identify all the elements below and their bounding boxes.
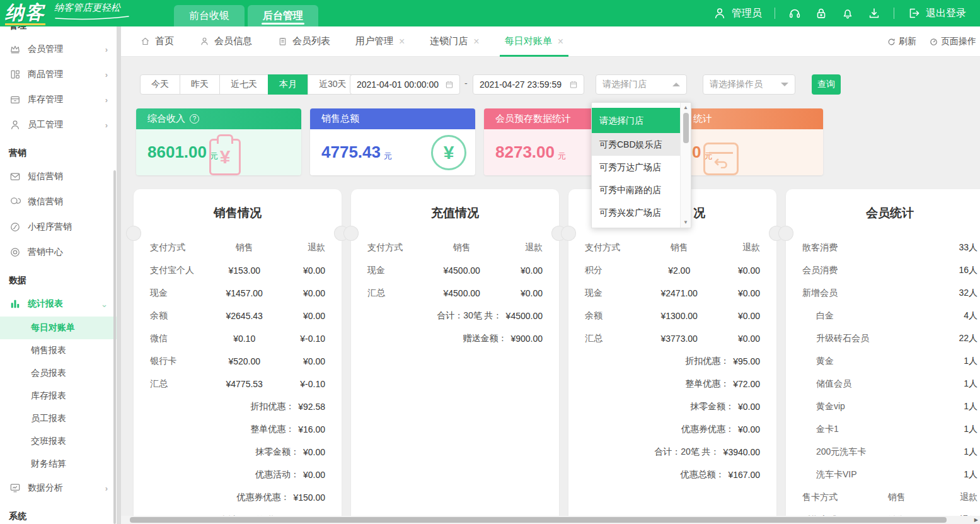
- gauge-icon: [929, 37, 938, 47]
- dropdown-option-store-1[interactable]: 可秀CBD娱乐店: [592, 133, 680, 156]
- top-nav: 前台收银 后台管理: [174, 5, 321, 26]
- scroll-down-icon[interactable]: ▼: [683, 219, 688, 226]
- chevron-right-icon: ›: [105, 95, 108, 105]
- range-yesterday-button[interactable]: 昨天: [180, 74, 220, 95]
- table-header: 支付方式 销售 退款: [351, 236, 559, 259]
- sidebar-subitem-staff-report[interactable]: 员工报表: [0, 407, 117, 430]
- start-datetime-input[interactable]: [357, 79, 444, 90]
- monitor-icon: [9, 482, 21, 494]
- end-datetime-field[interactable]: [473, 74, 584, 95]
- scroll-right-icon[interactable]: ▶: [974, 516, 978, 523]
- table-row: 现金¥4500.00¥0.00: [351, 259, 559, 282]
- report-panels: 销售情况 支付方式 销售 退款 支付宝个人¥153.00¥0.00 现金¥145…: [134, 189, 980, 516]
- range-thismonth-button[interactable]: 本月: [268, 74, 308, 95]
- summary-line: 折扣优惠：¥92.58: [134, 395, 342, 418]
- sidebar-subitem-shift-report[interactable]: 交班报表: [0, 430, 117, 453]
- horizontal-scrollbar[interactable]: ▶: [121, 516, 980, 524]
- sidebar-subitem-finance-settlement[interactable]: 财务结算: [0, 453, 117, 475]
- member-stat-row: 白金4人: [786, 305, 980, 327]
- download-icon[interactable]: [867, 6, 881, 20]
- dropdown-option-store-2[interactable]: 可秀万达广场店: [592, 156, 680, 178]
- refresh-icon: [887, 37, 896, 47]
- sidebar: 管理 会员管理 › 商品管理 › 库存管理 › 员工管理 › 营销 短信营销 微…: [0, 26, 117, 524]
- table-row: 银行卡¥520.00¥0.00: [134, 350, 342, 373]
- brand: 纳客 纳客管店更轻松: [0, 0, 130, 26]
- table-row: 汇总¥3773.00¥0.00: [568, 327, 776, 350]
- summary-line: 优惠总额：¥167.00: [568, 463, 776, 486]
- sidebar-subitem-inventory-report[interactable]: 库存报表: [0, 385, 117, 407]
- tab-member-info[interactable]: 会员信息: [199, 26, 252, 57]
- summary-line: 折扣优惠：¥95.00: [568, 350, 776, 373]
- close-icon[interactable]: ×: [558, 36, 563, 47]
- card-total-income: 综合收入 ? 8601.00 元 ¥: [136, 108, 301, 175]
- refresh-button[interactable]: 刷新: [887, 36, 916, 47]
- scroll-up-icon[interactable]: ▲: [683, 104, 688, 112]
- sidebar-subitem-sales-report[interactable]: 销售报表: [0, 339, 117, 362]
- page-operations-button[interactable]: 页面操作: [929, 36, 976, 47]
- end-datetime-input[interactable]: [480, 79, 568, 90]
- sidebar-item-wechat-marketing[interactable]: 微信营销: [0, 189, 117, 214]
- scroll-thumb[interactable]: [683, 113, 689, 143]
- dropdown-option-store-4[interactable]: 可秀兴发广场店: [592, 201, 680, 224]
- tab-home[interactable]: 首页: [140, 26, 174, 57]
- horizontal-scrollbar-thumb[interactable]: [130, 517, 947, 523]
- sidebar-item-product-management[interactable]: 商品管理 ›: [0, 62, 117, 87]
- table-header: 支付方式 销售 退款: [134, 236, 342, 259]
- member-stat-row: 会员消费16人: [786, 259, 980, 282]
- store-select-placeholder: 请选择门店: [602, 79, 647, 90]
- sidebar-subitem-member-report[interactable]: 会员报表: [0, 362, 117, 385]
- nav-backend-admin[interactable]: 后台管理: [248, 5, 318, 26]
- sidebar-item-inventory-management[interactable]: 库存管理 ›: [0, 87, 117, 112]
- help-icon[interactable]: ?: [190, 114, 199, 124]
- clipboard-icon: [277, 36, 288, 47]
- member-stat-row: 200元洗车卡1人: [786, 441, 980, 463]
- tab-member-list[interactable]: 会员列表: [277, 26, 330, 57]
- summary-line: 合计：30笔 共：¥4500.00: [351, 305, 559, 327]
- table-row: 支付宝个人¥153.00¥0.00: [134, 259, 342, 282]
- sidebar-item-sms-marketing[interactable]: 短信营销: [0, 164, 117, 189]
- sidebar-item-staff-management[interactable]: 员工管理 ›: [0, 112, 117, 137]
- box-return-icon: [703, 143, 739, 175]
- panel-recharge: 充值情况 支付方式 销售 退款 现金¥4500.00¥0.00 汇总¥4500.…: [351, 189, 559, 516]
- card-total-sales: 销售总额 4775.43 元 ¥: [310, 108, 475, 175]
- dropdown-option-partial[interactable]: [592, 224, 680, 228]
- sidebar-item-marketing-center[interactable]: 营销中心: [0, 240, 117, 265]
- nav-front-cashier[interactable]: 前台收银: [174, 5, 245, 26]
- tab-user-management[interactable]: 用户管理 ×: [355, 26, 405, 57]
- store-select[interactable]: 请选择门店: [596, 74, 687, 95]
- search-button[interactable]: 查询: [812, 74, 841, 95]
- sidebar-scrollbar-thumb[interactable]: [113, 170, 116, 524]
- wechat-icon: [9, 195, 21, 208]
- sidebar-item-data-analysis[interactable]: 数据分析 ›: [0, 475, 117, 501]
- dropdown-option-store-3[interactable]: 可秀中南路的店: [592, 178, 680, 201]
- tab-daily-statement[interactable]: 每日对账单 ×: [505, 26, 563, 57]
- lock-icon[interactable]: [814, 6, 828, 20]
- start-datetime-field[interactable]: [350, 74, 460, 95]
- bar-chart-icon: [9, 298, 21, 310]
- bell-icon[interactable]: [841, 6, 855, 20]
- close-icon[interactable]: ×: [473, 36, 479, 47]
- divider: [775, 8, 775, 19]
- operator-select[interactable]: 请选择操作员: [703, 74, 795, 95]
- sidebar-item-miniprogram-marketing[interactable]: 小程序营销: [0, 214, 117, 240]
- close-icon[interactable]: ×: [399, 36, 405, 47]
- crown-icon: [9, 43, 21, 55]
- main-area: 首页 会员信息 会员列表 用户管理 × 连锁门店 × 每日对账单 × 刷新: [121, 26, 980, 524]
- person-icon: [9, 119, 21, 131]
- sidebar-item-statistics-reports[interactable]: 统计报表 ⌄: [0, 291, 117, 317]
- dropdown-option-placeholder[interactable]: 请选择门店: [592, 108, 680, 133]
- summary-line: 合计：70笔 共：¥5034.01: [134, 509, 342, 516]
- range-today-button[interactable]: 今天: [140, 74, 180, 95]
- logout-button[interactable]: 退出登录: [907, 6, 966, 20]
- top-right-actions: 管理员 退出登录: [713, 0, 980, 26]
- tab-chain-stores[interactable]: 连锁门店 ×: [430, 26, 479, 57]
- panel-recharge-title: 充值情况: [351, 189, 559, 236]
- sidebar-subitem-daily-statement[interactable]: 每日对账单: [0, 317, 117, 339]
- current-user[interactable]: 管理员: [713, 6, 762, 20]
- dropdown-scrollbar[interactable]: ▲ ▼: [680, 103, 691, 228]
- sidebar-item-member-management[interactable]: 会员管理 ›: [0, 37, 117, 62]
- table-row: 微信¥0.10¥-0.10: [134, 327, 342, 350]
- table-row: 汇总¥4500.00¥0.00: [351, 282, 559, 305]
- range-last7days-button[interactable]: 近七天: [219, 74, 268, 95]
- headset-icon[interactable]: [788, 6, 802, 20]
